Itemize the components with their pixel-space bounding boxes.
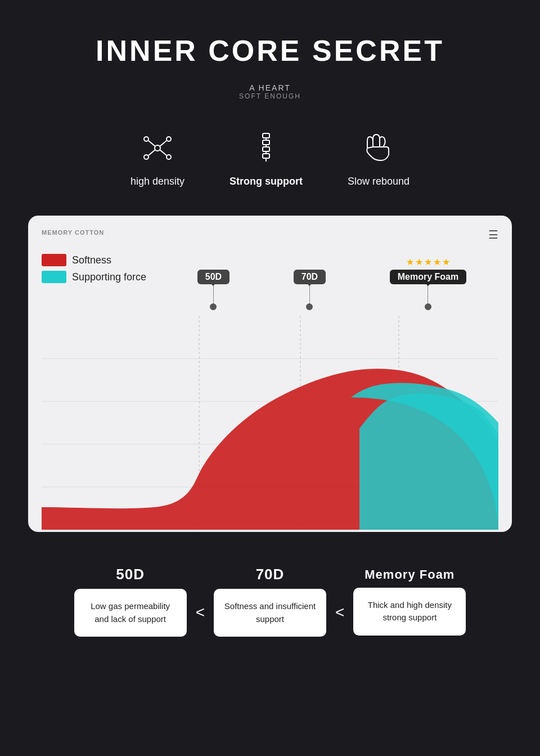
feature-slow-rebound: Slow rebound xyxy=(348,128,410,187)
svg-point-2 xyxy=(166,137,171,141)
svg-point-4 xyxy=(166,155,171,159)
svg-line-7 xyxy=(148,150,155,155)
stars-row: ★ ★ ★ ★ ★ xyxy=(406,257,450,267)
comparison-memory-foam-box: Thick and high density strong support xyxy=(353,588,466,636)
chart-container: MEMORY COTTON ☰ Softness Supporting forc… xyxy=(28,216,512,532)
star-3: ★ xyxy=(424,257,432,267)
comparison-70d-box: Softness and insufficient support xyxy=(214,589,326,637)
softness-swatch xyxy=(42,254,66,266)
svg-line-5 xyxy=(148,141,155,146)
hamburger-icon[interactable]: ☰ xyxy=(488,229,498,240)
feature-high-density: high density xyxy=(130,128,184,187)
subtitle-top: A HEART xyxy=(239,83,301,92)
page-wrapper: INNER CORE SECRET A HEART SOFT ENOUGH xyxy=(0,0,540,670)
comparison-section: 50D Low gas permeability and lack of sup… xyxy=(17,566,523,637)
svg-rect-11 xyxy=(263,147,269,151)
feature-slow-rebound-label: Slow rebound xyxy=(348,176,410,187)
support-swatch xyxy=(42,271,66,283)
marker-memory-foam: ★ ★ ★ ★ ★ Memory Foam xyxy=(390,257,466,310)
svg-rect-12 xyxy=(263,154,269,158)
svg-rect-9 xyxy=(263,133,269,138)
marker-50d: 50D xyxy=(197,270,230,310)
star-4: ★ xyxy=(433,257,441,267)
marker-memory-foam-dot xyxy=(425,303,431,310)
marker-50d-tooltip: 50D xyxy=(197,270,230,284)
comparison-70d: 70D Softness and insufficient support xyxy=(214,566,326,637)
feature-strong-support: Strong support xyxy=(230,128,303,187)
chart-svg-area xyxy=(42,316,498,532)
marker-70d-tooltip: 70D xyxy=(294,270,326,284)
comparison-memory-foam: Memory Foam Thick and high density stron… xyxy=(353,567,466,636)
svg-line-6 xyxy=(160,141,166,146)
subtitle-bottom: SOFT ENOUGH xyxy=(239,92,301,100)
comparison-arrow-2: < xyxy=(326,603,353,621)
star-2: ★ xyxy=(415,257,423,267)
marker-70d-dot xyxy=(306,303,313,310)
subtitle-block: A HEART SOFT ENOUGH xyxy=(239,83,301,100)
marker-50d-dot xyxy=(210,303,217,310)
strong-support-icon xyxy=(246,128,286,168)
support-label: Supporting force xyxy=(72,271,146,283)
comparison-50d-title: 50D xyxy=(116,566,145,583)
svg-point-0 xyxy=(155,145,160,151)
legend-softness: Softness xyxy=(42,254,148,266)
slow-rebound-icon xyxy=(359,128,398,168)
chart-header: MEMORY COTTON ☰ xyxy=(42,229,498,240)
high-density-icon xyxy=(138,128,177,168)
feature-high-density-label: high density xyxy=(130,176,184,187)
svg-rect-10 xyxy=(263,140,269,145)
comparison-memory-foam-title: Memory Foam xyxy=(364,567,454,582)
marker-memory-foam-tooltip: Memory Foam xyxy=(390,270,466,284)
softness-label: Softness xyxy=(72,254,111,266)
marker-70d: 70D xyxy=(294,270,326,310)
features-row: high density Strong support xyxy=(130,128,410,187)
page-title: INNER CORE SECRET xyxy=(96,34,444,68)
legend-support: Supporting force xyxy=(42,271,148,283)
chart-legend: Softness Supporting force xyxy=(42,254,148,283)
svg-line-8 xyxy=(160,150,166,155)
star-5: ★ xyxy=(442,257,450,267)
chart-section-label: MEMORY COTTON xyxy=(42,229,104,236)
star-1: ★ xyxy=(406,257,414,267)
comparison-50d: 50D Low gas permeability and lack of sup… xyxy=(74,566,187,637)
svg-point-3 xyxy=(144,155,148,159)
feature-strong-support-label: Strong support xyxy=(230,176,303,187)
comparison-70d-title: 70D xyxy=(256,566,285,583)
svg-point-1 xyxy=(144,137,148,141)
comparison-arrow-1: < xyxy=(187,603,214,621)
comparison-50d-box: Low gas permeability and lack of support xyxy=(74,589,187,637)
